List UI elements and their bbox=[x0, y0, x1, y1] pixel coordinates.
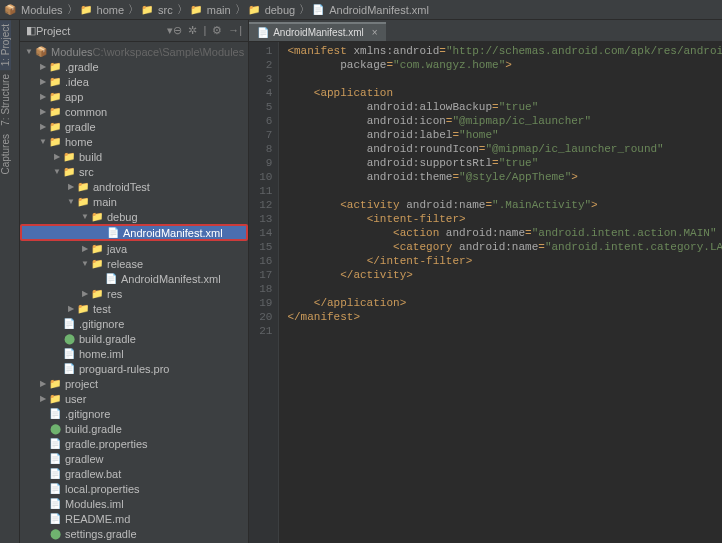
tool-project[interactable]: 1: Project bbox=[0, 20, 11, 70]
expand-arrow-icon[interactable]: ▼ bbox=[80, 259, 90, 268]
tree-item[interactable]: ▶📁test bbox=[20, 301, 248, 316]
line-number: 11 bbox=[259, 184, 272, 198]
tree-item[interactable]: ▼📁debug bbox=[20, 209, 248, 224]
project-tree[interactable]: ▼📦Modules C:\workspace\Sample\Modules▶📁.… bbox=[20, 42, 248, 543]
code-line[interactable] bbox=[287, 282, 722, 296]
tree-item[interactable]: ▶📁androidTest bbox=[20, 179, 248, 194]
code-line[interactable]: android:allowBackup="true" bbox=[287, 100, 722, 114]
tree-item[interactable]: ▶📁common bbox=[20, 104, 248, 119]
code-line[interactable]: android:roundIcon="@mipmap/ic_launcher_r… bbox=[287, 142, 722, 156]
breadcrumb-item[interactable]: 📄AndroidManifest.xml bbox=[312, 4, 429, 16]
expand-arrow-icon[interactable]: ▼ bbox=[66, 197, 76, 206]
code-line[interactable]: package="com.wangyz.home"> bbox=[287, 58, 722, 72]
tree-item[interactable]: ⬤build.gradle bbox=[20, 331, 248, 346]
tree-item[interactable]: ▼📁main bbox=[20, 194, 248, 209]
code-line[interactable] bbox=[287, 72, 722, 86]
tool-structure[interactable]: 7: Structure bbox=[0, 70, 11, 130]
code-line[interactable] bbox=[287, 324, 722, 338]
target-icon[interactable]: ✲ bbox=[188, 24, 197, 37]
editor-code[interactable]: <manifest xmlns:android="http://schemas.… bbox=[279, 42, 722, 543]
tree-item[interactable]: ▶📁res bbox=[20, 286, 248, 301]
tree-item[interactable]: 📄local.properties bbox=[20, 481, 248, 496]
expand-arrow-icon[interactable]: ▼ bbox=[38, 137, 48, 146]
tree-item[interactable]: 📄home.iml bbox=[20, 346, 248, 361]
tree-item[interactable]: ▶📁.gradle bbox=[20, 59, 248, 74]
tree-item[interactable]: 📄gradlew.bat bbox=[20, 466, 248, 481]
tree-item[interactable]: ▼📦Modules C:\workspace\Sample\Modules bbox=[20, 44, 248, 59]
tree-item[interactable]: 📄gradle.properties bbox=[20, 436, 248, 451]
tree-item[interactable]: ▼📁src bbox=[20, 164, 248, 179]
tree-item[interactable]: ▶📁java bbox=[20, 241, 248, 256]
code-line[interactable]: android:label="home" bbox=[287, 128, 722, 142]
tree-item[interactable]: ▶📁user bbox=[20, 391, 248, 406]
tree-item-label: build.gradle bbox=[65, 423, 122, 435]
breadcrumb-item[interactable]: 📁src bbox=[141, 4, 173, 16]
code-line[interactable]: </activity> bbox=[287, 268, 722, 282]
code-line[interactable]: android:supportsRtl="true" bbox=[287, 156, 722, 170]
breadcrumb-item[interactable]: 📁home bbox=[80, 4, 125, 16]
expand-arrow-icon[interactable]: ▶ bbox=[38, 379, 48, 388]
code-line[interactable]: </manifest> bbox=[287, 310, 722, 324]
editor-tab-active[interactable]: 📄 AndroidManifest.xml × bbox=[249, 22, 385, 41]
breadcrumb-item[interactable]: 📁debug bbox=[248, 4, 296, 16]
tool-captures[interactable]: Captures bbox=[0, 130, 11, 179]
tree-item[interactable]: ▶📁build bbox=[20, 149, 248, 164]
code-line[interactable]: <manifest xmlns:android="http://schemas.… bbox=[287, 44, 722, 58]
tree-item[interactable]: 📄AndroidManifest.xml bbox=[20, 271, 248, 286]
tree-item-label: res bbox=[107, 288, 122, 300]
tree-item[interactable]: ▼📁home bbox=[20, 134, 248, 149]
code-line[interactable]: </intent-filter> bbox=[287, 254, 722, 268]
tree-item[interactable]: 📄README.md bbox=[20, 511, 248, 526]
expand-arrow-icon[interactable]: ▼ bbox=[52, 167, 62, 176]
code-line[interactable]: <action android:name="android.intent.act… bbox=[287, 226, 722, 240]
tree-item[interactable]: ▶📁.idea bbox=[20, 74, 248, 89]
breadcrumb-item[interactable]: 📁main bbox=[190, 4, 231, 16]
code-line[interactable] bbox=[287, 184, 722, 198]
breadcrumb-item[interactable]: 📦Modules bbox=[4, 4, 63, 16]
tree-item[interactable]: 📄Modules.iml bbox=[20, 496, 248, 511]
expand-arrow-icon[interactable]: ▶ bbox=[80, 289, 90, 298]
tree-item[interactable]: ▼📁release bbox=[20, 256, 248, 271]
expand-arrow-icon[interactable]: ▶ bbox=[66, 182, 76, 191]
hide-icon[interactable]: →| bbox=[228, 24, 242, 37]
tree-item[interactable]: 📄.gitignore bbox=[20, 316, 248, 331]
expand-arrow-icon[interactable]: ▶ bbox=[38, 122, 48, 131]
tree-item-label: proguard-rules.pro bbox=[79, 363, 170, 375]
code-line[interactable]: <application bbox=[287, 86, 722, 100]
tree-item[interactable]: ⬤settings.gradle bbox=[20, 526, 248, 541]
tree-item[interactable]: ⬤build.gradle bbox=[20, 421, 248, 436]
tree-item[interactable]: 📄gradlew bbox=[20, 451, 248, 466]
expand-arrow-icon[interactable]: ▶ bbox=[80, 244, 90, 253]
line-number: 21 bbox=[259, 324, 272, 338]
tree-item[interactable]: 📄.gitignore bbox=[20, 406, 248, 421]
collapse-icon[interactable]: ⊖ bbox=[173, 24, 182, 37]
code-line[interactable]: android:icon="@mipmap/ic_launcher" bbox=[287, 114, 722, 128]
code-line[interactable]: <activity android:name=".MainActivity"> bbox=[287, 198, 722, 212]
expand-arrow-icon[interactable]: ▶ bbox=[38, 394, 48, 403]
expand-arrow-icon[interactable]: ▶ bbox=[38, 62, 48, 71]
tree-item[interactable]: 📄AndroidManifest.xml bbox=[20, 224, 248, 241]
close-icon[interactable]: × bbox=[372, 27, 378, 38]
tree-item[interactable]: ▶📁app bbox=[20, 89, 248, 104]
expand-arrow-icon[interactable]: ▶ bbox=[38, 77, 48, 86]
tree-item[interactable]: 📄proguard-rules.pro bbox=[20, 361, 248, 376]
expand-arrow-icon[interactable]: ▼ bbox=[80, 212, 90, 221]
project-panel-title[interactable]: Project bbox=[36, 25, 163, 37]
expand-arrow-icon[interactable]: ▶ bbox=[52, 152, 62, 161]
file-icon: 📄 bbox=[48, 468, 62, 479]
file-icon: 📁 bbox=[76, 303, 90, 314]
expand-arrow-icon[interactable]: ▶ bbox=[66, 304, 76, 313]
code-line[interactable]: <category android:name="android.intent.c… bbox=[287, 240, 722, 254]
code-line[interactable]: <intent-filter> bbox=[287, 212, 722, 226]
tree-item[interactable]: ▶📁project bbox=[20, 376, 248, 391]
code-line[interactable]: android:theme="@style/AppTheme"> bbox=[287, 170, 722, 184]
code-line[interactable]: </application> bbox=[287, 296, 722, 310]
line-number: 12 bbox=[259, 198, 272, 212]
breadcrumb: 📦Modules〉📁home〉📁src〉📁main〉📁debug〉📄Androi… bbox=[0, 0, 722, 20]
expand-arrow-icon[interactable]: ▼ bbox=[24, 47, 34, 56]
expand-arrow-icon[interactable]: ▶ bbox=[38, 92, 48, 101]
expand-arrow-icon[interactable]: ▶ bbox=[38, 107, 48, 116]
editor-body[interactable]: 123456789101112131415161718192021 <manif… bbox=[249, 42, 722, 543]
gear-icon[interactable]: ⚙ bbox=[212, 24, 222, 37]
tree-item[interactable]: ▶📁gradle bbox=[20, 119, 248, 134]
